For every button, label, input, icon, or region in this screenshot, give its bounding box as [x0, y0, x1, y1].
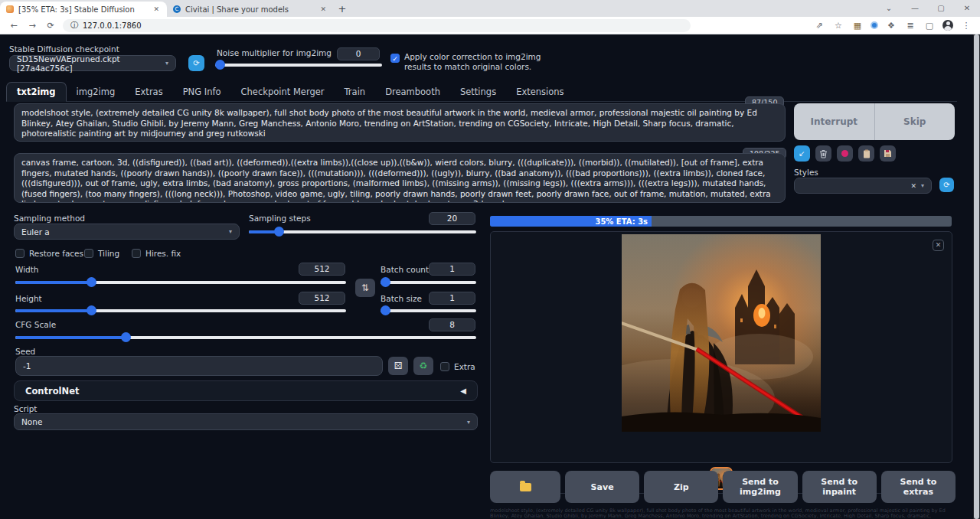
generate-controls: Interrupt Skip — [794, 103, 955, 140]
forward-icon[interactable]: → — [26, 21, 38, 31]
tab-train[interactable]: Train — [335, 83, 376, 101]
page-scrollbar[interactable] — [973, 34, 980, 519]
sampling-steps-slider[interactable] — [249, 227, 476, 237]
refresh-checkpoints-button[interactable]: ⟳ — [188, 55, 204, 71]
script-select[interactable]: None ▾ — [14, 413, 478, 430]
slider-handle[interactable] — [274, 227, 284, 237]
tab-txt2img[interactable]: txt2img — [6, 82, 67, 102]
window-minimize-icon[interactable]: — — [902, 0, 928, 17]
tiling-row: Tiling — [84, 249, 119, 258]
address-bar[interactable]: ⓘ 127.0.0.1:7860 — [63, 19, 691, 32]
batch-size-slider[interactable] — [381, 305, 476, 315]
hires-fix-label: Hires. fix — [145, 249, 181, 258]
paste-generation-params-button[interactable]: ↙ — [794, 145, 810, 162]
send-to-extras-button[interactable]: Send to extras — [881, 471, 956, 503]
clear-styles-icon[interactable]: ✕ — [910, 182, 916, 190]
negative-prompt-textarea[interactable]: canvas frame, cartoon, 3d, ((disfigured)… — [14, 153, 786, 203]
batch-count-slider[interactable] — [381, 277, 476, 287]
chevron-left-icon: ◀ — [460, 387, 466, 395]
folder-icon — [520, 483, 531, 491]
script-label: Script — [14, 404, 37, 413]
random-seed-button[interactable]: ⚄ — [388, 357, 408, 375]
browser-tab-stable-diffusion[interactable]: [35% ETA: 3s] Stable Diffusion ✕ — [0, 2, 167, 17]
profile-avatar[interactable] — [942, 20, 953, 31]
width-value[interactable]: 512 — [299, 263, 345, 276]
height-slider[interactable] — [15, 305, 346, 315]
window-restore-icon[interactable]: ▢ — [928, 0, 954, 17]
styles-select[interactable]: ✕ ▾ — [794, 178, 932, 194]
noise-multiplier-value[interactable]: 0 — [337, 47, 380, 60]
tab-img2img[interactable]: img2img — [67, 83, 126, 101]
sampling-steps-value[interactable]: 20 — [429, 212, 475, 225]
width-slider[interactable] — [15, 277, 346, 287]
tab-close-icon[interactable]: ✕ — [152, 5, 161, 13]
controlnet-accordion[interactable]: ControlNet ◀ — [14, 380, 478, 401]
generated-image[interactable] — [622, 234, 821, 432]
cfg-scale-value[interactable]: 8 — [429, 318, 475, 331]
url-text: 127.0.0.1:7860 — [83, 21, 142, 30]
clear-prompt-button[interactable] — [815, 145, 831, 162]
tab-close-icon[interactable]: ✕ — [318, 5, 328, 13]
slider-handle[interactable] — [381, 277, 390, 287]
sampling-method-select[interactable]: Euler a ▾ — [14, 224, 240, 240]
extension-blue-icon[interactable] — [871, 21, 878, 29]
tab-extensions[interactable]: Extensions — [506, 83, 573, 101]
send-to-inpaint-button[interactable]: Send to inpaint — [802, 471, 877, 503]
restore-faces-label: Restore faces — [29, 249, 83, 258]
bookmark-star-icon[interactable]: ☆ — [832, 21, 844, 31]
restore-faces-checkbox[interactable] — [15, 249, 24, 258]
scrollbar-thumb[interactable] — [974, 34, 979, 519]
height-value[interactable]: 512 — [299, 292, 345, 305]
apply-style-button[interactable] — [858, 145, 874, 162]
share-icon[interactable]: ⇗ — [813, 21, 825, 31]
swap-width-height-button[interactable]: ⇅ — [355, 279, 375, 297]
slider-handle[interactable] — [87, 305, 96, 315]
noise-multiplier-slider[interactable] — [215, 60, 382, 70]
slider-handle[interactable] — [121, 332, 131, 342]
checkpoint-select[interactable]: SD15NewVAEpruned.ckpt [27a4ac756c] ▾ — [9, 55, 176, 71]
new-tab-button[interactable]: + — [334, 2, 351, 17]
batch-size-value[interactable]: 1 — [429, 292, 475, 305]
tab-settings[interactable]: Settings — [450, 83, 506, 101]
save-button[interactable]: Save — [565, 471, 639, 503]
tiling-checkbox[interactable] — [84, 249, 93, 258]
cfg-scale-slider[interactable] — [15, 332, 476, 342]
reading-list-icon[interactable]: ≣ — [904, 21, 916, 31]
seed-extra-label: Extra — [454, 362, 475, 371]
browser-tab-civitai[interactable]: C Civitai | Share your models ✕ — [167, 2, 334, 17]
seed-input[interactable]: -1 — [15, 356, 383, 376]
extension-grid-icon[interactable]: ▦ — [851, 21, 864, 31]
prompt-textarea[interactable]: modelshoot style, (extremely detailed CG… — [14, 103, 786, 142]
open-folder-button[interactable] — [490, 471, 560, 503]
skip-button[interactable]: Skip — [875, 103, 956, 140]
tab-extras[interactable]: Extras — [125, 83, 172, 101]
slider-handle[interactable] — [215, 60, 225, 70]
back-icon[interactable]: ← — [8, 21, 20, 31]
browser-menu-icon[interactable]: ⋮ — [960, 21, 972, 31]
tab-dreambooth[interactable]: Dreambooth — [375, 83, 450, 101]
hires-fix-checkbox[interactable] — [132, 249, 141, 258]
color-correction-checkbox[interactable]: ✓ — [390, 54, 400, 63]
close-gallery-icon[interactable]: ✕ — [933, 240, 944, 251]
site-info-icon[interactable]: ⓘ — [70, 20, 78, 31]
seed-extra-checkbox[interactable] — [440, 362, 449, 371]
pink-card-icon — [841, 150, 848, 157]
zip-button[interactable]: Zip — [644, 471, 718, 503]
slider-handle[interactable] — [87, 277, 96, 287]
batch-count-value[interactable]: 1 — [429, 263, 475, 276]
reuse-seed-button[interactable]: ♻ — [413, 357, 433, 375]
extra-networks-button[interactable] — [837, 145, 853, 162]
width-label: Width — [15, 265, 39, 274]
slider-handle[interactable] — [381, 305, 390, 315]
refresh-styles-button[interactable]: ⟳ — [939, 178, 954, 192]
tab-png-info[interactable]: PNG Info — [173, 83, 231, 101]
interrupt-button[interactable]: Interrupt — [794, 103, 874, 140]
window-close-icon[interactable]: ✕ — [954, 0, 980, 17]
extensions-puzzle-icon[interactable]: ❖ — [885, 21, 897, 31]
send-to-img2img-button[interactable]: Send to img2img — [723, 471, 797, 503]
reload-icon[interactable]: ⟳ — [44, 21, 57, 31]
tab-checkpoint-merger[interactable]: Checkpoint Merger — [231, 83, 335, 101]
save-style-button[interactable] — [880, 145, 896, 162]
window-menu-icon[interactable]: ⌄ — [876, 0, 902, 17]
side-panel-icon[interactable]: ▢ — [923, 21, 936, 31]
